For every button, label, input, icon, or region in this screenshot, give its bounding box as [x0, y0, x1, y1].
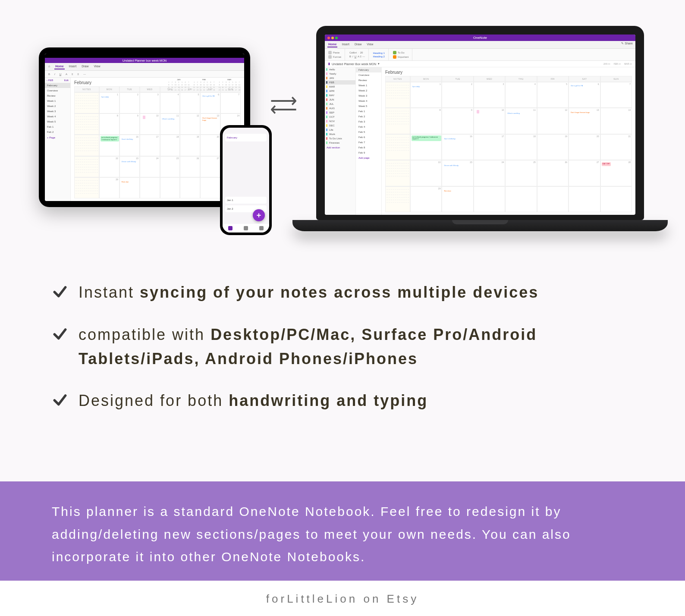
notes-cell[interactable] [74, 156, 99, 177]
day-cell[interactable] [200, 177, 220, 198]
sidebar-page-item[interactable]: Week 5 [45, 119, 70, 124]
notes-cell[interactable] [74, 177, 99, 198]
tab-file[interactable]: ⌂ [47, 64, 51, 69]
day-cell[interactable]: 5 [180, 92, 200, 113]
day-cell[interactable]: Rent due [442, 186, 473, 212]
add-page-button[interactable]: Add page [356, 155, 381, 160]
day-cell[interactable]: 20 [200, 135, 220, 156]
day-cell[interactable]: 13Don't forget freezer bags [569, 108, 600, 134]
section-item[interactable]: FEB [325, 80, 355, 85]
tab-draw[interactable]: Draw [354, 42, 362, 47]
day-cell[interactable]: 3 [474, 82, 505, 108]
day-cell[interactable]: 29 [99, 177, 119, 198]
day-cell[interactable]: 8 [410, 108, 442, 134]
page-item[interactable]: February [356, 67, 381, 72]
day-cell[interactable] [474, 186, 505, 212]
notes-cell[interactable] [385, 160, 410, 186]
tab-insert[interactable]: Insert [341, 42, 350, 47]
add-fab[interactable]: + [253, 209, 265, 221]
day-cell[interactable]: 22 [410, 160, 442, 186]
page-item[interactable]: Week 1 [356, 83, 381, 88]
day-cell[interactable] [140, 177, 160, 198]
section-item[interactable]: JUN [325, 97, 355, 102]
sidebar-page-item[interactable]: Week 3 [45, 109, 70, 114]
day-cell[interactable]: 23Dinner with Wendy [119, 156, 140, 177]
day-cell[interactable]: 7 [600, 82, 632, 108]
page-item[interactable]: Feb 6 [356, 135, 381, 140]
day-cell[interactable]: 18 [160, 135, 180, 156]
nav-icon[interactable] [244, 226, 248, 230]
section-item[interactable]: JUL [325, 102, 355, 106]
day-cell[interactable] [505, 186, 537, 212]
section-item[interactable]: AUG [325, 106, 355, 110]
day-cell[interactable] [160, 177, 180, 198]
day-cell[interactable]: 10 [474, 108, 505, 134]
day-cell[interactable]: 25 [505, 160, 537, 186]
tab-home[interactable]: Home [327, 42, 337, 47]
day-cell[interactable]: 9 [442, 108, 473, 134]
notebook-breadcrumb[interactable]: ▮ Undated Planner Box week MON ▾ JAN ▪▪▪… [325, 61, 635, 67]
tab-home[interactable]: Home [54, 64, 64, 69]
day-cell[interactable]: 18 [505, 134, 537, 160]
day-cell[interactable]: 11Olivia's wedding [160, 113, 180, 135]
page-item[interactable]: Feb 7 [356, 140, 381, 145]
section-item[interactable]: MAR [325, 85, 355, 89]
day-cell[interactable]: 17 [140, 135, 160, 156]
page-item[interactable]: Week 2 [356, 88, 381, 93]
day-cell[interactable]: 26 [537, 160, 569, 186]
day-cell[interactable]: 19 [537, 134, 569, 160]
day-cell[interactable]: 4 [505, 82, 537, 108]
tab-view[interactable]: View [93, 64, 101, 69]
add-section-button[interactable]: Add section [325, 145, 355, 150]
day-cell[interactable]: 7 [220, 92, 241, 113]
section-item[interactable]: NOV [325, 119, 355, 123]
nav-icon[interactable] [228, 226, 233, 230]
day-cell[interactable]: 16Sam's birthday [119, 135, 140, 156]
day-cell[interactable]: 17 [474, 134, 505, 160]
sidebar-page-item[interactable]: Feb 2 [45, 129, 70, 135]
todo-tag[interactable]: To Do [393, 51, 408, 54]
notes-cell[interactable] [385, 134, 410, 160]
share-button[interactable]: ✎ Share [621, 42, 633, 47]
notes-cell[interactable] [385, 82, 410, 108]
window-max-icon[interactable] [335, 37, 338, 39]
section-item[interactable]: MAY [325, 93, 355, 97]
section-item[interactable]: Life [325, 128, 355, 132]
day-cell[interactable]: 25 [160, 156, 180, 177]
day-cell[interactable]: 6Get a gift for PA [200, 92, 220, 113]
sidebar-page-item[interactable]: February [45, 83, 70, 88]
add-page-button[interactable]: + Page [45, 135, 70, 141]
page-item[interactable]: Feb 1 [356, 109, 381, 114]
sidebar-page-item[interactable]: Overview [45, 88, 70, 93]
section-item[interactable]: APR [325, 89, 355, 93]
section-item[interactable]: Work [325, 132, 355, 136]
tab-view[interactable]: View [366, 42, 374, 47]
day-cell[interactable] [537, 186, 569, 212]
day-cell[interactable]: 15pm daily [410, 82, 442, 108]
day-cell[interactable] [569, 186, 600, 212]
sidebar-page-item[interactable]: Feb 1 [45, 124, 70, 129]
day-cell[interactable]: 11Olivia's wedding [505, 108, 537, 134]
day-cell[interactable]: 27 [569, 160, 600, 186]
section-item[interactable]: DEC [325, 123, 355, 128]
tab-insert[interactable]: Insert [68, 64, 78, 69]
day-cell[interactable]: Rent due [119, 177, 140, 198]
notes-cell[interactable] [385, 186, 410, 212]
day-cell[interactable]: 28DAY OFF [600, 160, 632, 186]
section-item[interactable]: Yearly [325, 72, 355, 76]
page-item[interactable]: Overview [356, 72, 381, 78]
day-cell[interactable]: 19 [180, 135, 200, 156]
day-cell[interactable]: 10 [140, 113, 160, 135]
day-cell[interactable]: 12 [180, 113, 200, 135]
edit-button[interactable]: Edit [64, 79, 69, 82]
page-item[interactable]: Feb 3 [356, 119, 381, 124]
important-tag[interactable]: Important [393, 55, 408, 59]
day-cell[interactable]: 20 [569, 134, 600, 160]
day-cell[interactable]: 24 [140, 156, 160, 177]
day-cell[interactable]: 24 [474, 160, 505, 186]
day-cell[interactable] [600, 186, 632, 212]
notes-cell[interactable] [74, 135, 99, 156]
section-item[interactable]: JAN [325, 76, 355, 80]
notes-cell[interactable] [385, 108, 410, 134]
day-cell[interactable]: 13Don't forget freezer bags [200, 113, 220, 135]
